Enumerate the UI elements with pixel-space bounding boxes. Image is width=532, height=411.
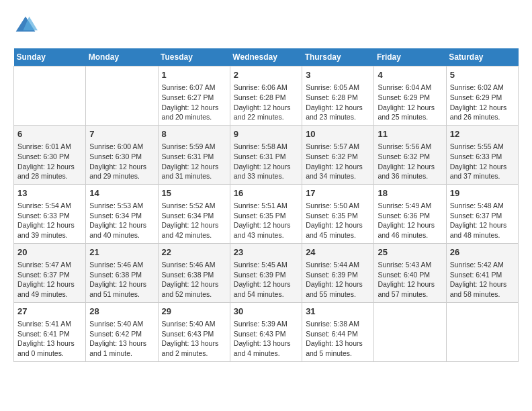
weekday-header-saturday: Saturday	[446, 48, 518, 66]
day-info: Sunrise: 5:45 AMSunset: 6:39 PMDaylight:…	[234, 260, 298, 300]
day-info: Sunrise: 5:40 AMSunset: 6:43 PMDaylight:…	[162, 319, 226, 359]
day-info: Sunrise: 5:48 AMSunset: 6:37 PMDaylight:…	[450, 201, 515, 240]
calendar-cell: 4Sunrise: 6:04 AMSunset: 6:29 PMDaylight…	[374, 66, 446, 126]
day-number: 12	[450, 128, 515, 140]
page-header	[13, 13, 519, 38]
day-info: Sunrise: 5:41 AMSunset: 6:41 PMDaylight:…	[17, 319, 82, 359]
weekday-header-tuesday: Tuesday	[158, 48, 230, 66]
calendar-cell: 1Sunrise: 6:07 AMSunset: 6:27 PMDaylight…	[158, 66, 230, 126]
day-number: 10	[306, 128, 370, 140]
day-number: 27	[17, 306, 82, 318]
day-number: 5	[450, 69, 515, 81]
calendar-cell: 25Sunrise: 5:43 AMSunset: 6:40 PMDayligh…	[374, 243, 446, 302]
weekday-header-monday: Monday	[86, 48, 158, 66]
day-number: 24	[306, 246, 370, 259]
day-info: Sunrise: 5:44 AMSunset: 6:39 PMDaylight:…	[306, 260, 370, 300]
day-info: Sunrise: 5:42 AMSunset: 6:41 PMDaylight:…	[450, 260, 515, 300]
calendar-cell: 29Sunrise: 5:40 AMSunset: 6:43 PMDayligh…	[158, 302, 230, 361]
weekday-header-row: SundayMondayTuesdayWednesdayThursdayFrid…	[14, 48, 519, 66]
calendar-cell	[14, 66, 86, 126]
day-info: Sunrise: 6:05 AMSunset: 6:28 PMDaylight:…	[306, 83, 370, 122]
day-number: 18	[378, 187, 442, 199]
day-info: Sunrise: 5:53 AMSunset: 6:34 PMDaylight:…	[89, 201, 154, 240]
calendar-cell: 18Sunrise: 5:49 AMSunset: 6:36 PMDayligh…	[374, 184, 446, 243]
calendar-cell: 2Sunrise: 6:06 AMSunset: 6:28 PMDaylight…	[230, 66, 302, 126]
week-row-3: 13Sunrise: 5:54 AMSunset: 6:33 PMDayligh…	[14, 184, 519, 243]
day-number: 3	[306, 69, 370, 81]
calendar-cell: 10Sunrise: 5:57 AMSunset: 6:32 PMDayligh…	[302, 125, 374, 184]
day-number: 21	[89, 246, 154, 259]
day-info: Sunrise: 5:46 AMSunset: 6:38 PMDaylight:…	[89, 260, 154, 300]
calendar-cell	[86, 66, 158, 126]
day-number: 19	[450, 187, 515, 199]
calendar-cell: 3Sunrise: 6:05 AMSunset: 6:28 PMDaylight…	[302, 66, 374, 126]
day-info: Sunrise: 5:50 AMSunset: 6:35 PMDaylight:…	[306, 201, 370, 240]
day-info: Sunrise: 5:57 AMSunset: 6:32 PMDaylight:…	[306, 142, 370, 181]
day-info: Sunrise: 5:52 AMSunset: 6:34 PMDaylight:…	[162, 201, 226, 240]
day-info: Sunrise: 6:06 AMSunset: 6:28 PMDaylight:…	[234, 83, 298, 122]
day-info: Sunrise: 5:40 AMSunset: 6:42 PMDaylight:…	[89, 319, 154, 359]
day-number: 13	[17, 187, 82, 199]
day-info: Sunrise: 5:49 AMSunset: 6:36 PMDaylight:…	[378, 201, 442, 240]
week-row-5: 27Sunrise: 5:41 AMSunset: 6:41 PMDayligh…	[14, 302, 519, 361]
weekday-header-thursday: Thursday	[302, 48, 374, 66]
day-number: 22	[162, 246, 226, 259]
day-info: Sunrise: 6:01 AMSunset: 6:30 PMDaylight:…	[17, 142, 82, 181]
calendar-cell: 22Sunrise: 5:46 AMSunset: 6:38 PMDayligh…	[158, 243, 230, 302]
day-info: Sunrise: 6:00 AMSunset: 6:30 PMDaylight:…	[89, 142, 154, 181]
calendar-cell: 13Sunrise: 5:54 AMSunset: 6:33 PMDayligh…	[14, 184, 86, 243]
day-info: Sunrise: 6:02 AMSunset: 6:29 PMDaylight:…	[450, 83, 515, 122]
day-number: 7	[89, 128, 154, 140]
day-info: Sunrise: 5:56 AMSunset: 6:32 PMDaylight:…	[378, 142, 442, 181]
day-number: 2	[234, 69, 298, 81]
calendar-cell: 23Sunrise: 5:45 AMSunset: 6:39 PMDayligh…	[230, 243, 302, 302]
day-number: 1	[162, 69, 226, 81]
day-info: Sunrise: 6:07 AMSunset: 6:27 PMDaylight:…	[162, 83, 226, 122]
calendar-cell: 7Sunrise: 6:00 AMSunset: 6:30 PMDaylight…	[86, 125, 158, 184]
calendar-cell: 28Sunrise: 5:40 AMSunset: 6:42 PMDayligh…	[86, 302, 158, 361]
day-number: 16	[234, 187, 298, 199]
calendar-cell	[446, 302, 518, 361]
day-number: 29	[162, 306, 226, 318]
week-row-2: 6Sunrise: 6:01 AMSunset: 6:30 PMDaylight…	[14, 125, 519, 184]
calendar-cell: 9Sunrise: 5:58 AMSunset: 6:31 PMDaylight…	[230, 125, 302, 184]
day-info: Sunrise: 5:43 AMSunset: 6:40 PMDaylight:…	[378, 260, 442, 300]
day-number: 6	[17, 128, 82, 140]
week-row-1: 1Sunrise: 6:07 AMSunset: 6:27 PMDaylight…	[14, 66, 519, 126]
calendar-cell: 20Sunrise: 5:47 AMSunset: 6:37 PMDayligh…	[14, 243, 86, 302]
calendar-cell: 16Sunrise: 5:51 AMSunset: 6:35 PMDayligh…	[230, 184, 302, 243]
day-number: 28	[89, 306, 154, 318]
day-number: 14	[89, 187, 154, 199]
day-number: 20	[17, 246, 82, 259]
day-number: 15	[162, 187, 226, 199]
calendar-cell: 14Sunrise: 5:53 AMSunset: 6:34 PMDayligh…	[86, 184, 158, 243]
calendar-cell: 21Sunrise: 5:46 AMSunset: 6:38 PMDayligh…	[86, 243, 158, 302]
calendar-cell: 11Sunrise: 5:56 AMSunset: 6:32 PMDayligh…	[374, 125, 446, 184]
weekday-header-friday: Friday	[374, 48, 446, 66]
day-number: 11	[378, 128, 442, 140]
day-number: 4	[378, 69, 442, 81]
weekday-header-sunday: Sunday	[14, 48, 86, 66]
day-info: Sunrise: 5:54 AMSunset: 6:33 PMDaylight:…	[17, 201, 82, 240]
day-number: 31	[306, 306, 370, 318]
calendar-cell: 26Sunrise: 5:42 AMSunset: 6:41 PMDayligh…	[446, 243, 518, 302]
day-number: 23	[234, 246, 298, 259]
day-number: 26	[450, 246, 515, 259]
day-number: 30	[234, 306, 298, 318]
day-number: 17	[306, 187, 370, 199]
calendar-cell: 17Sunrise: 5:50 AMSunset: 6:35 PMDayligh…	[302, 184, 374, 243]
calendar-cell: 6Sunrise: 6:01 AMSunset: 6:30 PMDaylight…	[14, 125, 86, 184]
day-info: Sunrise: 5:51 AMSunset: 6:35 PMDaylight:…	[234, 201, 298, 240]
calendar-cell: 27Sunrise: 5:41 AMSunset: 6:41 PMDayligh…	[14, 302, 86, 361]
calendar-cell: 31Sunrise: 5:38 AMSunset: 6:44 PMDayligh…	[302, 302, 374, 361]
week-row-4: 20Sunrise: 5:47 AMSunset: 6:37 PMDayligh…	[14, 243, 519, 302]
day-info: Sunrise: 5:47 AMSunset: 6:37 PMDaylight:…	[17, 260, 82, 300]
day-info: Sunrise: 5:39 AMSunset: 6:43 PMDaylight:…	[234, 319, 298, 359]
day-info: Sunrise: 5:46 AMSunset: 6:38 PMDaylight:…	[162, 260, 226, 300]
day-number: 8	[162, 128, 226, 140]
calendar-cell: 15Sunrise: 5:52 AMSunset: 6:34 PMDayligh…	[158, 184, 230, 243]
calendar-cell: 24Sunrise: 5:44 AMSunset: 6:39 PMDayligh…	[302, 243, 374, 302]
day-info: Sunrise: 5:55 AMSunset: 6:33 PMDaylight:…	[450, 142, 515, 181]
day-info: Sunrise: 5:59 AMSunset: 6:31 PMDaylight:…	[162, 142, 226, 181]
logo	[13, 13, 40, 38]
